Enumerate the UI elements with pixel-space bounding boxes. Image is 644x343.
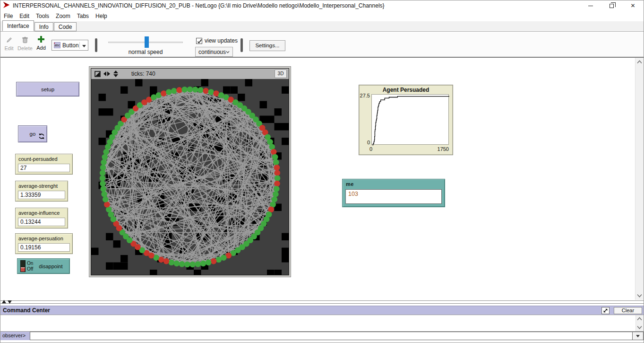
speed-slider-label: normal speed bbox=[111, 49, 180, 55]
splitter-up-icon[interactable] bbox=[2, 300, 6, 304]
command-line-row: observer> bbox=[0, 332, 644, 340]
scroll-up-icon bbox=[637, 60, 642, 64]
input-label: me bbox=[343, 179, 445, 187]
restore-button[interactable] bbox=[601, 0, 622, 11]
monitor-count-persuaded: count-persuaded 27 bbox=[15, 154, 73, 175]
agent-persuaded-plot: Agent Persuaded 27.5 0 0 1750 bbox=[359, 85, 453, 155]
plot-area bbox=[371, 94, 449, 145]
switch-toggle-icon[interactable] bbox=[20, 260, 26, 272]
check-icon bbox=[197, 38, 203, 44]
netlogo-logo-icon bbox=[3, 1, 10, 10]
command-history-dropdown[interactable] bbox=[633, 332, 644, 340]
abc-button-icon: *abc bbox=[54, 42, 60, 48]
plot-xmax-label: 1750 bbox=[438, 146, 449, 152]
monitor-average-strenght: average-strenght 1.33359 bbox=[15, 181, 68, 202]
main-vertical-scrollbar[interactable] bbox=[635, 58, 644, 300]
command-center-expand-button[interactable] bbox=[601, 307, 610, 314]
monitor-value: 1.33359 bbox=[18, 191, 65, 199]
toolbar-separator bbox=[240, 38, 243, 52]
delete-widget-button[interactable]: Delete bbox=[17, 36, 34, 51]
update-mode-value: continuous bbox=[198, 49, 226, 55]
menu-tabs[interactable]: Tabs bbox=[74, 11, 92, 21]
horizontal-resize-icon[interactable] bbox=[103, 71, 110, 77]
close-icon: ✕ bbox=[630, 2, 635, 9]
plot-pen-path bbox=[372, 97, 449, 145]
monitor-value: 27 bbox=[18, 164, 70, 172]
toolbar-separator bbox=[95, 38, 97, 52]
disappoint-switch[interactable]: On Off disappoint bbox=[17, 258, 70, 274]
go-button[interactable]: go bbox=[18, 125, 47, 142]
world-canvas[interactable] bbox=[91, 79, 289, 275]
scroll-up-icon bbox=[637, 317, 642, 321]
tab-info[interactable]: Info bbox=[34, 22, 53, 31]
plot-xmin-label: 0 bbox=[369, 146, 372, 152]
widget-type-chooser[interactable]: *abc Button bbox=[52, 40, 88, 51]
setup-button[interactable]: setup bbox=[16, 82, 79, 97]
trash-icon bbox=[22, 36, 28, 44]
tab-strip: Interface Info Code bbox=[0, 21, 644, 32]
me-input-value[interactable]: 103 bbox=[345, 189, 442, 204]
splitter-down-icon[interactable] bbox=[8, 300, 12, 304]
restore-icon bbox=[610, 4, 614, 8]
command-center-header: Command Center Clear bbox=[0, 306, 644, 315]
scroll-down-icon bbox=[637, 294, 642, 298]
plot-title: Agent Persuaded bbox=[359, 87, 453, 93]
menu-tools[interactable]: Tools bbox=[33, 11, 52, 21]
ticks-counter: ticks: 740 bbox=[131, 70, 155, 77]
menu-edit[interactable]: Edit bbox=[16, 11, 33, 21]
scroll-down-icon bbox=[637, 325, 642, 329]
update-mode-dropdown[interactable]: continuous bbox=[195, 47, 233, 57]
command-center-output bbox=[0, 315, 644, 332]
window-bottom-edge bbox=[0, 340, 644, 343]
add-widget-button[interactable]: Add bbox=[34, 35, 48, 51]
command-center-title: Command Center bbox=[3, 307, 50, 314]
minimize-icon bbox=[588, 6, 593, 6]
menu-bar: File Edit Tools Zoom Tabs Help bbox=[0, 11, 644, 21]
switch-name: disappoint bbox=[39, 264, 62, 269]
plot-ymax-label: 27.5 bbox=[359, 93, 370, 98]
speed-slider-handle[interactable] bbox=[145, 36, 149, 48]
window-title: INTERPERSONAL_CHANNELS_INNOVATION_DIFFUS… bbox=[13, 2, 385, 9]
monitor-value: 0.13244 bbox=[18, 218, 65, 226]
interface-toolbar: Edit Delete Add *abc Button normal speed… bbox=[0, 32, 644, 58]
menu-file[interactable]: File bbox=[0, 11, 16, 21]
forever-icon bbox=[39, 133, 44, 139]
output-vertical-scrollbar[interactable] bbox=[635, 315, 644, 331]
switch-on-label: On bbox=[27, 261, 33, 266]
world-view-widget: ticks: 740 3D bbox=[89, 66, 291, 277]
monitor-value: 0.19156 bbox=[18, 243, 70, 252]
3d-button[interactable]: 3D bbox=[275, 70, 287, 78]
edit-widget-button[interactable]: Edit bbox=[2, 36, 16, 51]
command-center-splitter[interactable] bbox=[0, 300, 644, 306]
switch-off-label: Off bbox=[27, 266, 33, 272]
tab-code[interactable]: Code bbox=[54, 22, 77, 31]
observer-prompt: observer> bbox=[0, 332, 30, 340]
view-updates-checkbox[interactable] bbox=[196, 38, 202, 44]
minimize-button[interactable] bbox=[580, 0, 601, 11]
plot-ymin-label: 0 bbox=[359, 140, 370, 145]
monitor-average-persuation: average-persuation 0.19156 bbox=[15, 233, 73, 254]
expand-icon bbox=[603, 308, 608, 313]
plus-icon bbox=[37, 35, 45, 43]
view-header: ticks: 740 3D bbox=[91, 69, 289, 79]
vertical-resize-icon[interactable] bbox=[113, 70, 119, 77]
view-updates-label: view updates bbox=[205, 37, 238, 44]
settings-button[interactable]: Settings... bbox=[249, 40, 285, 51]
chevron-down-icon bbox=[226, 51, 230, 53]
title-bar: INTERPERSONAL_CHANNELS_INNOVATION_DIFFUS… bbox=[0, 0, 644, 11]
chevron-down-icon bbox=[636, 335, 640, 337]
menu-help[interactable]: Help bbox=[92, 11, 111, 21]
tab-interface[interactable]: Interface bbox=[2, 20, 34, 31]
widget-type-value: Button bbox=[62, 42, 79, 49]
interface-canvas: setup go count-persuaded 27 average-stre… bbox=[0, 58, 644, 300]
clear-button[interactable]: Clear bbox=[614, 307, 642, 314]
menu-zoom[interactable]: Zoom bbox=[52, 11, 74, 21]
view-mode-icon[interactable] bbox=[94, 71, 101, 77]
me-input-widget: me 103 bbox=[342, 179, 445, 207]
command-input[interactable] bbox=[30, 332, 633, 340]
netlogo-window: INTERPERSONAL_CHANNELS_INNOVATION_DIFFUS… bbox=[0, 0, 644, 343]
monitor-average-influence: average-influence 0.13244 bbox=[15, 208, 68, 229]
chevron-down-icon bbox=[79, 42, 86, 49]
pencil-icon bbox=[6, 36, 13, 44]
close-button[interactable]: ✕ bbox=[622, 0, 644, 11]
